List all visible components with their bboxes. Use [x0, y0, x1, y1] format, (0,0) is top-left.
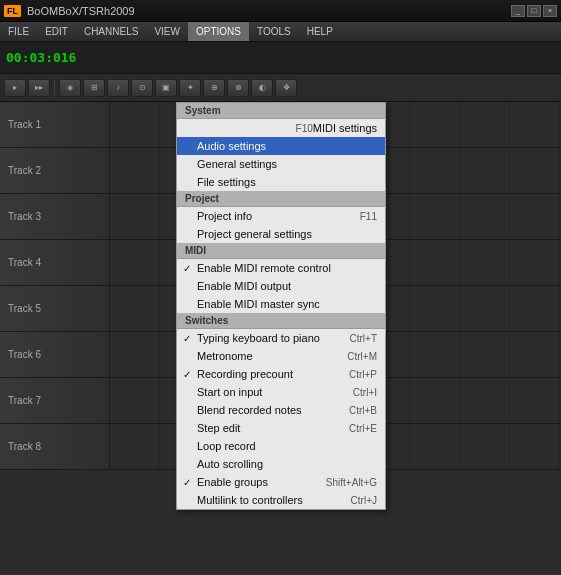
fl-logo: FL	[4, 5, 21, 17]
menu-tools[interactable]: TOOLS	[249, 22, 299, 41]
window-controls[interactable]: _ □ ×	[511, 5, 557, 17]
shortcut-enable-groups: Shift+Alt+G	[316, 477, 377, 488]
check-enable-groups: ✓	[183, 477, 191, 488]
menu-enable-midi-output[interactable]: Enable MIDI output	[177, 277, 385, 295]
section-switches: Switches	[177, 313, 385, 329]
menu-help[interactable]: HELP	[299, 22, 341, 41]
toolbar-btn-3[interactable]: ♪	[107, 79, 129, 97]
section-midi: MIDI	[177, 243, 385, 259]
menu-file[interactable]: FILE	[0, 22, 37, 41]
toolbar-btn-10[interactable]: ❖	[275, 79, 297, 97]
transport-bar: ▸ ▸▸ ◈ ⊞ ♪ ⊙ ▣ ✦ ⊕ ⊗ ◐ ❖	[0, 74, 561, 102]
menu-edit[interactable]: EDIT	[37, 22, 76, 41]
shortcut-blend-recorded-notes: Ctrl+B	[339, 405, 377, 416]
title-bar: FL BоOMBоX/TSRh2009 _ □ ×	[0, 0, 561, 22]
shortcut-project-info: F11	[350, 211, 377, 222]
slide-button[interactable]: ▸▸	[28, 79, 50, 97]
menu-start-on-input[interactable]: Start on input Ctrl+I	[177, 383, 385, 401]
menu-blend-recorded-notes[interactable]: Blend recorded notes Ctrl+B	[177, 401, 385, 419]
toolbar-btn-9[interactable]: ◐	[251, 79, 273, 97]
shortcut-start-on-input: Ctrl+I	[343, 387, 377, 398]
toolbar-btn-6[interactable]: ✦	[179, 79, 201, 97]
toolbar-btn-1[interactable]: ◈	[59, 79, 81, 97]
check-recording-precount: ✓	[183, 369, 191, 380]
menu-multilink-controllers[interactable]: Multilink to controllers Ctrl+J	[177, 491, 385, 509]
time-display: 00:03:016	[6, 50, 76, 65]
main-area: Track 1 Track 2 Track 3 Track 4	[0, 102, 561, 575]
toolbar-btn-7[interactable]: ⊕	[203, 79, 225, 97]
shortcut-step-edit: Ctrl+E	[339, 423, 377, 434]
menu-auto-scrolling[interactable]: Auto scrolling	[177, 455, 385, 473]
maximize-button[interactable]: □	[527, 5, 541, 17]
top-panel: 00:03:016	[0, 42, 561, 74]
menu-enable-groups[interactable]: ✓ Enable groups Shift+Alt+G	[177, 473, 385, 491]
separator-1	[54, 80, 55, 96]
menu-file-settings[interactable]: File settings	[177, 173, 385, 191]
shortcut-multilink-controllers: Ctrl+J	[341, 495, 377, 506]
toolbar-btn-4[interactable]: ⊙	[131, 79, 153, 97]
shortcut-metronome: Ctrl+M	[337, 351, 377, 362]
window-title: BоOMBоX/TSRh2009	[27, 5, 511, 17]
menu-channels[interactable]: CHANNELS	[76, 22, 146, 41]
shortcut-typing-keyboard: Ctrl+T	[340, 333, 378, 344]
menu-project-general-settings[interactable]: Project general settings	[177, 225, 385, 243]
step-button[interactable]: ▸	[4, 79, 26, 97]
toolbar-btn-8[interactable]: ⊗	[227, 79, 249, 97]
menu-step-edit[interactable]: Step edit Ctrl+E	[177, 419, 385, 437]
toolbar-btn-5[interactable]: ▣	[155, 79, 177, 97]
section-system: System	[177, 103, 385, 119]
menu-metronome[interactable]: Metronome Ctrl+M	[177, 347, 385, 365]
options-dropdown-menu: System F10 MIDI settings Audio settings …	[176, 102, 386, 510]
menu-options[interactable]: OPTIONS	[188, 22, 249, 41]
check-typing-keyboard: ✓	[183, 333, 191, 344]
shortcut-midi-settings: F10	[286, 123, 313, 134]
menu-audio-settings[interactable]: Audio settings	[177, 137, 385, 155]
menu-general-settings[interactable]: General settings	[177, 155, 385, 173]
tracks-area: Track 1 Track 2 Track 3 Track 4	[0, 102, 561, 575]
dropdown-overlay: System F10 MIDI settings Audio settings …	[0, 102, 561, 575]
menu-bar: FILE EDIT CHANNELS VIEW OPTIONS TOOLS HE…	[0, 22, 561, 42]
menu-enable-midi-remote[interactable]: ✓ Enable MIDI remote control	[177, 259, 385, 277]
menu-view[interactable]: VIEW	[146, 22, 188, 41]
menu-loop-record[interactable]: Loop record	[177, 437, 385, 455]
shortcut-recording-precount: Ctrl+P	[339, 369, 377, 380]
close-button[interactable]: ×	[543, 5, 557, 17]
section-project: Project	[177, 191, 385, 207]
menu-enable-midi-master-sync[interactable]: Enable MIDI master sync	[177, 295, 385, 313]
toolbar-btn-2[interactable]: ⊞	[83, 79, 105, 97]
menu-midi-settings[interactable]: F10 MIDI settings	[177, 119, 385, 137]
menu-project-info[interactable]: Project info F11	[177, 207, 385, 225]
menu-recording-precount[interactable]: ✓ Recording precount Ctrl+P	[177, 365, 385, 383]
minimize-button[interactable]: _	[511, 5, 525, 17]
menu-typing-keyboard[interactable]: ✓ Typing keyboard to piano Ctrl+T	[177, 329, 385, 347]
check-enable-midi-remote: ✓	[183, 263, 191, 274]
